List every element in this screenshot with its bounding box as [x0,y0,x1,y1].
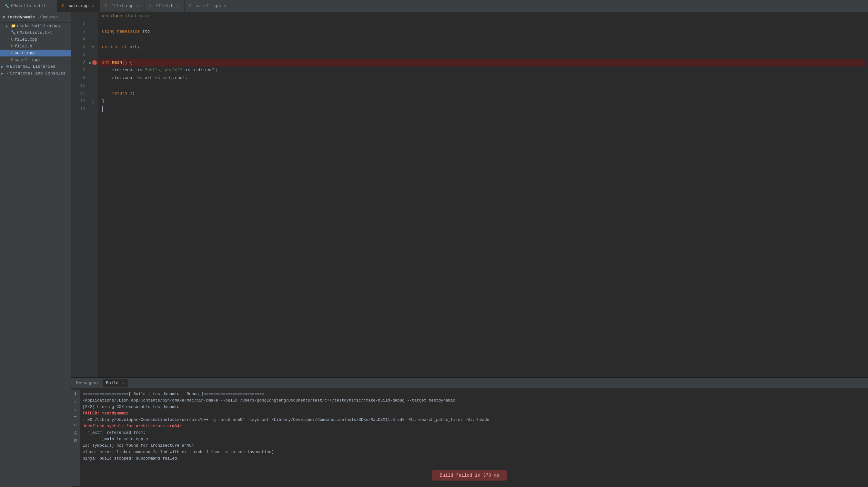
panel-icon-info[interactable]: ℹ [72,391,79,397]
run-icon[interactable]: ▶ [89,60,92,65]
tab-file1-cpp-label: file1.cpp [111,4,133,8]
code-line-4 [98,35,865,43]
code-line-2 [98,20,865,28]
file1-cpp-icon: C [104,4,109,8]
code-line-10 [98,82,865,90]
tab-file1-h-close[interactable]: ✕ [175,4,180,8]
panel-tabs: Messages: Build ✕ [71,378,868,388]
ln-10: 10 [73,82,85,90]
code-line-7: int main() { [98,59,865,66]
panel-icon-trash[interactable]: 🗑 [72,437,79,444]
panel-tab-build[interactable]: Build ✕ [103,379,127,387]
ln-12: 12 [73,97,85,105]
tab-file1-cpp-close[interactable]: ✕ [135,4,140,8]
ln-8: 8 [73,66,85,74]
code-line-8: std::cout << "Hello, World!" << std::end… [98,66,865,74]
ln-11: 11 [73,90,85,97]
project-name: testdynamic [7,15,35,20]
arrow-right-icon[interactable]: ⇄ [91,44,95,50]
panel-icon-filter[interactable]: ⊟ [72,422,79,428]
gutter-6 [88,51,98,59]
tab-file1-h[interactable]: H file1.h ✕ [145,0,185,12]
breakpoint-icon[interactable] [92,60,97,65]
tab-file1-cpp[interactable]: C file1.cpp ✕ [100,0,145,12]
tab-main-cpp[interactable]: C main.cpp ✕ [57,0,100,12]
code-line-11: return 0; [98,90,865,97]
editor-wrapper: 1 2 3 4 5 6 7 8 9 10 11 12 13 [71,12,868,487]
panel-content: ℹ ↑ ↓ ≡ ⊟ 🖨 🗑 ===================[ Build… [71,388,868,487]
scrollbar-track[interactable] [865,12,868,377]
ln-1: 1 [73,12,85,20]
build-line-4: : && /Library/Developer/CommandLineTools… [83,417,865,423]
line-numbers: 1 2 3 4 5 6 7 8 9 10 11 12 13 [71,12,88,377]
tab-main1-cpp[interactable]: C main1`.cpp ✕ [185,0,232,12]
build-line-5: Undefined symbols for architecture arm64… [83,423,865,430]
ln-7: 7 [73,59,85,66]
tab-cmake-close[interactable]: ✕ [48,4,53,8]
editor-padding [98,113,865,242]
tab-main-cpp-label: main.cpp [68,4,88,8]
tab-file1-h-label: file1.h [156,4,174,8]
sidebar-item-external-libraries[interactable]: ▶ ⊞ External Libraries [0,63,71,70]
gutter-1 [88,12,98,20]
sidebar-item-file1-h-label: file1.h [14,44,32,49]
folder-arrow: ▶ [6,24,10,28]
brace-icon: } [92,99,94,104]
build-line-0: ===================[ Build | testdynamic… [83,391,865,397]
tab-bar: 🔧 CMakeLists.txt ✕ C main.cpp ✕ C file1.… [0,0,868,12]
sidebar-item-main1-cpp-label: main1`.cpp [14,57,40,62]
editor-content: 1 2 3 4 5 6 7 8 9 10 11 12 13 [71,12,868,377]
code-line-5: extern int ext; [98,43,865,51]
pp-include: #include [102,12,122,20]
build-line-2: [2/2] Linking CXX executable testdynamic [83,404,865,410]
project-path: ~/Documen [37,15,58,20]
ln-6: 6 [73,51,85,59]
sidebar: ▼ testdynamic ~/Documen ▶ 📁 cmake-build-… [0,12,71,487]
sidebar-item-main1-cpp[interactable]: C main1`.cpp [0,57,71,63]
main-area: ▼ testdynamic ~/Documen ▶ 📁 cmake-build-… [0,12,868,487]
gutter-5: ⇄ [88,43,98,51]
file1-h-icon: H [149,4,154,8]
code-line-1: #include <iostream> [98,12,865,20]
sidebar-item-main-cpp[interactable]: C main.cpp [0,50,71,57]
tab-main1-cpp-label: main1`.cpp [195,4,221,8]
sidebar-item-file1-cpp[interactable]: C file1.cpp [0,36,71,43]
sidebar-item-file1-h[interactable]: H file1.h [0,43,71,50]
tab-cmake-label: CMakeLists.txt [11,4,46,8]
panel-icon-print[interactable]: 🖨 [72,430,79,436]
gutter-12: } [88,97,98,105]
ln-9: 9 [73,74,85,82]
panel-icon-down[interactable]: ↓ [72,407,79,413]
gutter-11 [88,90,98,97]
build-line-8: ld: symbol(s) not found for architecture… [83,443,865,449]
code-line-9: std::cout << ext << std::endl; [98,74,865,82]
gutter-3 [88,28,98,35]
sidebar-item-cmake-build-debug[interactable]: ▶ 📁 cmake-build-debug [0,23,71,29]
cmake-file-icon: 🔧 [4,4,9,8]
code-line-6 [98,51,865,59]
panel-tab-build-close[interactable]: ✕ [122,381,125,385]
scratch-arrow: ▶ [1,72,5,75]
gutter-4 [88,35,98,43]
project-collapse-btn[interactable]: ▼ [3,15,5,20]
sidebar-item-main-cpp-label: main.cpp [14,51,34,56]
panel-tab-build-label: Build [106,381,118,385]
sidebar-item-cmake-build-debug-label: cmake-build-debug [17,24,60,28]
gutter-7: ▶ [88,59,98,66]
tab-main1-cpp-close[interactable]: ✕ [223,4,227,8]
tab-cmake[interactable]: 🔧 CMakeLists.txt ✕ [0,0,57,12]
build-line-3: FAILED: testdynamic [83,410,865,417]
tab-main-cpp-close[interactable]: ✕ [91,4,95,8]
build-output: ===================[ Build | testdynamic… [80,390,868,486]
sidebar-item-file1-cpp-label: file1.cpp [14,37,37,42]
gutter-icons: ⇄ ▶ } [88,12,98,377]
sidebar-item-scratches[interactable]: ▶ ✏ Scratches and Consoles [0,70,71,77]
gutter-10 [88,82,98,90]
sidebar-item-cmakelists[interactable]: 🔧 CMakeLists.txt [0,29,71,36]
sidebar-toolbar: ▼ testdynamic ~/Documen [0,12,71,23]
panel-sidebar-icons: ℹ ↑ ↓ ≡ ⊟ 🖨 🗑 [71,390,80,486]
code-pane[interactable]: #include <iostream> using namespace std;… [98,12,865,377]
panel-icon-up[interactable]: ↑ [72,399,79,405]
gutter-13 [88,105,98,113]
panel-icon-list[interactable]: ≡ [72,414,79,421]
